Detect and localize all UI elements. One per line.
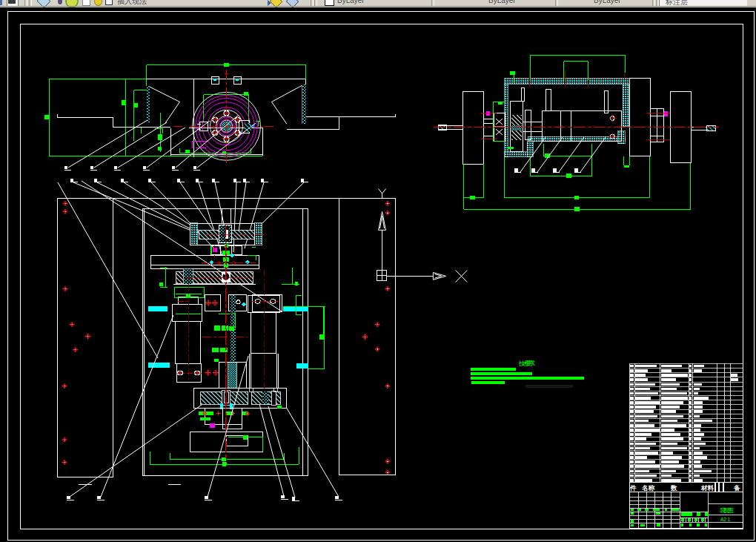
svg-text:件: 件 bbox=[629, 484, 637, 492]
svg-text:装配图: 装配图 bbox=[720, 507, 734, 514]
svg-text:材料: 材料 bbox=[700, 484, 714, 492]
svg-text:名称: 名称 bbox=[641, 484, 655, 492]
svg-text:A2 1: A2 1 bbox=[720, 517, 731, 522]
svg-text:数: 数 bbox=[670, 484, 677, 492]
svg-text:备: 备 bbox=[733, 484, 740, 492]
svg-text:技术要求: 技术要求 bbox=[518, 360, 536, 367]
